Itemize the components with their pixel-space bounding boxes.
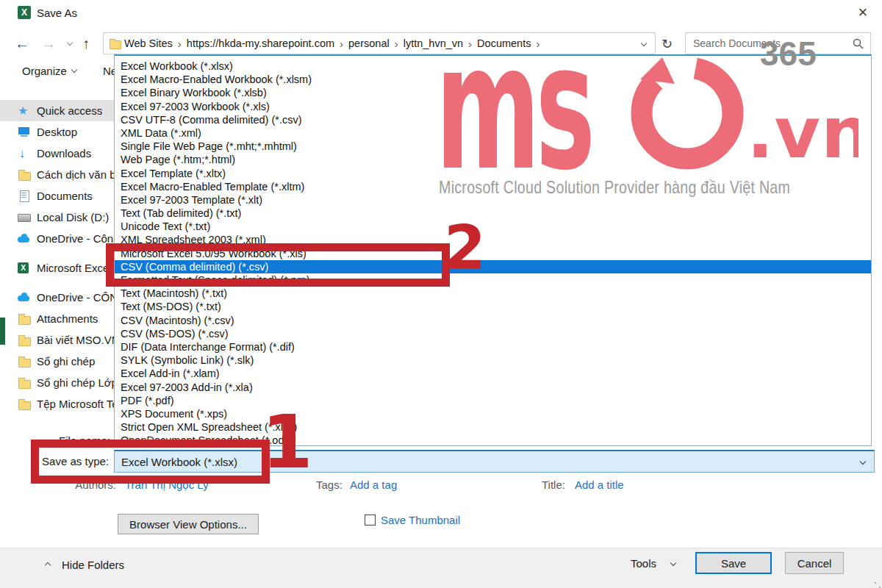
sidebar-item[interactable]: Quick access <box>0 100 114 121</box>
sidebar-item-label: Desktop <box>37 126 77 138</box>
breadcrumb-segments: Web Sites›https://hkda-my.sharepoint.com… <box>121 37 541 50</box>
excel-icon <box>18 262 30 274</box>
folder-icon <box>18 168 30 181</box>
sidebar-item[interactable]: Local Disk (D:) <box>0 207 114 228</box>
excel-app-icon <box>18 6 32 20</box>
breadcrumb: Web Sites›https://hkda-my.sharepoint.com… <box>103 32 656 54</box>
search-box <box>685 32 871 54</box>
downloads-icon <box>18 147 30 159</box>
save-thumbnail-label: Save Thumbnail <box>381 514 460 526</box>
add-title-link[interactable]: Add a title <box>575 478 624 491</box>
back-button[interactable]: ← <box>15 32 29 54</box>
sidebar-item-label: Local Disk (D:) <box>37 211 109 223</box>
filetype-option[interactable]: PDF (*.pdf) <box>115 394 871 407</box>
filetype-option[interactable]: CSV (MS-DOS) (*.csv) <box>115 327 871 340</box>
folder-icon <box>18 376 30 389</box>
combobox-chevron-icon <box>860 459 866 465</box>
sidebar-item[interactable]: Downloads <box>0 143 114 164</box>
filetype-option[interactable]: Excel 97-2003 Workbook (*.xls) <box>115 100 871 113</box>
breadcrumb-segment[interactable]: https://hkda-my.sharepoint.com <box>183 37 338 49</box>
sidebar-item[interactable]: Microsoft Excel <box>0 257 114 279</box>
filetype-option[interactable]: Excel Macro-Enabled Template (*.xltm) <box>115 180 871 193</box>
filetype-option[interactable]: Excel Template (*.xltx) <box>115 167 871 180</box>
filetype-option[interactable]: Excel Workbook (*.xlsx) <box>115 60 871 73</box>
breadcrumb-separator-icon[interactable]: › <box>467 37 473 50</box>
sidebar-item[interactable]: Documents <box>0 185 114 207</box>
sidebar-item-label: Microsoft Excel <box>37 262 112 274</box>
title-bar: Save As × <box>0 0 882 25</box>
add-tag-link[interactable]: Add a tag <box>350 478 397 491</box>
filetype-option[interactable]: Excel Macro-Enabled Workbook (*.xlsm) <box>115 73 871 86</box>
sidebar-item[interactable]: Sổ ghi chép Lớp <box>0 372 114 393</box>
annotation-number-1: 1 <box>262 406 313 479</box>
sidebar-item[interactable]: Sổ ghi chép <box>0 351 114 372</box>
disk-icon <box>18 211 30 223</box>
sidebar-item[interactable]: Tệp Microsoft Tea <box>0 393 114 415</box>
breadcrumb-segment[interactable]: Documents <box>473 37 534 49</box>
filetype-option[interactable]: Excel Add-in (*.xlam) <box>115 367 871 380</box>
filetype-option[interactable]: Web Page (*.htm;*.html) <box>115 153 871 166</box>
breadcrumb-segment[interactable]: personal <box>345 37 393 49</box>
filetype-option[interactable]: Strict Open XML Spreadsheet (*.xlsx) <box>115 420 871 434</box>
filetype-option[interactable]: Text (Macintosh) (*.txt) <box>115 287 871 300</box>
star-icon <box>18 104 30 117</box>
breadcrumb-segment[interactable]: lyttn_hvn_vn <box>400 37 467 49</box>
save-button[interactable]: Save <box>695 552 772 574</box>
sidebar-item[interactable]: OneDrive - Công <box>0 228 114 249</box>
filetype-option[interactable]: SYLK (Symbolic Link) (*.slk) <box>115 354 871 367</box>
title-label: Title: <box>542 478 565 491</box>
filetype-option[interactable]: XML Data (*.xml) <box>115 126 871 140</box>
filetype-option[interactable]: Excel 97-2003 Template (*.xlt) <box>115 193 871 207</box>
annotation-number-2: 2 <box>444 218 486 278</box>
sidebar-item[interactable]: Bài viết MSO.VN <box>0 329 114 351</box>
window-title: Save As <box>37 7 77 19</box>
filetype-option[interactable]: Excel 97-2003 Add-in (*.xla) <box>115 381 871 394</box>
sidebar-item-label: Attachments <box>37 312 98 325</box>
folder-icon <box>110 38 121 49</box>
sidebar-item-label: Documents <box>37 190 93 202</box>
browser-view-options-button[interactable]: Browser View Options... <box>118 514 259 534</box>
annotation-box-step2 <box>106 243 450 287</box>
sidebar: Quick accessDesktopDownloadsCách dịch vă… <box>0 100 114 415</box>
cloud-icon <box>18 291 30 304</box>
folder-icon <box>18 355 30 368</box>
desktop-icon <box>18 126 30 138</box>
filetype-option[interactable]: Excel Binary Workbook (*.xlsb) <box>115 86 871 99</box>
cancel-button[interactable]: Cancel <box>785 552 844 574</box>
filetype-option[interactable]: Single File Web Page (*.mht;*.mhtml) <box>115 140 871 153</box>
search-input[interactable] <box>686 37 853 49</box>
breadcrumb-separator-icon[interactable]: › <box>393 37 400 50</box>
sidebar-item[interactable]: Attachments <box>0 308 114 329</box>
up-button[interactable]: ↑ <box>82 32 90 54</box>
cloud-icon <box>18 232 30 245</box>
folder-icon <box>18 398 30 410</box>
recent-locations-chevron-icon[interactable] <box>67 40 73 46</box>
breadcrumb-separator-icon[interactable]: › <box>534 37 541 50</box>
filetype-option[interactable]: DIF (Data Interchange Format) (*.dif) <box>115 340 871 354</box>
forward-button[interactable]: → <box>41 32 56 54</box>
tools-dropdown[interactable]: Tools <box>631 557 656 570</box>
breadcrumb-segment[interactable]: Web Sites <box>121 37 176 49</box>
search-icon[interactable] <box>853 38 864 49</box>
sidebar-item-label: Sổ ghi chép <box>37 355 95 368</box>
sidebar-item[interactable]: Cách dịch văn bản <box>0 164 114 185</box>
filetype-option[interactable]: XPS Document (*.xps) <box>115 407 871 420</box>
sidebar-item[interactable]: OneDrive - CÔNG <box>0 287 114 308</box>
breadcrumb-separator-icon[interactable]: › <box>338 37 345 50</box>
organize-button[interactable]: Organize <box>22 65 76 77</box>
breadcrumb-separator-icon[interactable]: › <box>176 37 183 50</box>
filetype-option[interactable]: CSV (Macintosh) (*.csv) <box>115 314 871 327</box>
breadcrumb-chevron-icon[interactable] <box>641 40 647 46</box>
close-icon[interactable]: × <box>853 4 873 21</box>
save-thumbnail-checkbox[interactable] <box>365 514 376 526</box>
filetype-option[interactable]: Unicode Text (*.txt) <box>115 220 871 233</box>
resize-grip[interactable] <box>875 582 876 584</box>
refresh-icon[interactable]: ↻ <box>662 36 673 52</box>
sidebar-item[interactable]: Desktop <box>0 121 114 143</box>
folder-icon <box>18 334 30 346</box>
filetype-option[interactable]: Text (Tab delimited) (*.txt) <box>115 207 871 220</box>
filetype-option[interactable]: Text (MS-DOS) (*.txt) <box>115 300 871 313</box>
organize-chevron-icon <box>71 67 77 73</box>
hide-folders-toggle[interactable]: Hide Folders <box>62 559 124 571</box>
filetype-option[interactable]: CSV UTF-8 (Comma delimited) (*.csv) <box>115 113 871 126</box>
